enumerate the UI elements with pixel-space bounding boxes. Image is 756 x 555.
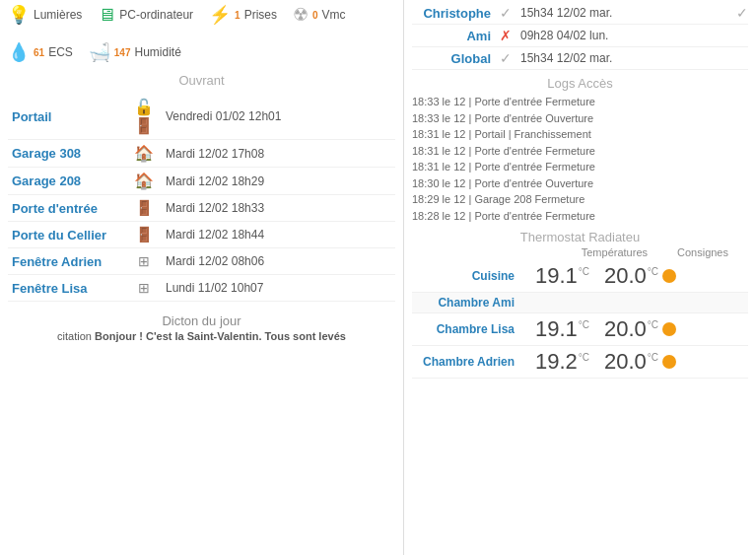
vmc-label: Vmc bbox=[322, 8, 346, 22]
access-name-christophe[interactable]: Christophe bbox=[412, 6, 491, 21]
access-name-ami[interactable]: Ami bbox=[412, 29, 491, 43]
thermo-header: Températures Consignes bbox=[412, 246, 748, 258]
thermo-room-name[interactable]: Chambre Adrien bbox=[412, 355, 520, 369]
access-name-global[interactable]: Global bbox=[412, 51, 491, 66]
window-icon: ⊞ bbox=[138, 253, 150, 269]
ouvrant-date: Mardi 12/02 17h08 bbox=[162, 140, 395, 168]
prises-label: Prises bbox=[244, 8, 277, 22]
logs-section: Logs Accès 18:33 le 12 | Porte d'entrée … bbox=[412, 76, 748, 224]
dicton-prefix: citation bbox=[57, 330, 95, 342]
garage-icon: 🏠 bbox=[134, 145, 154, 162]
degree-unit: °C bbox=[648, 266, 658, 277]
dicton-text: citation Bonjour ! C'est la Saint-Valent… bbox=[8, 330, 395, 342]
log-line: 18:29 le 12 | Garage 208 Fermeture bbox=[412, 191, 748, 208]
logs-title: Logs Accès bbox=[412, 76, 748, 91]
ouvrant-name[interactable]: Porte d'entrée bbox=[8, 195, 126, 222]
ouvrant-name[interactable]: Fenêtre Lisa bbox=[8, 275, 126, 302]
prises-icon: ⚡ bbox=[209, 4, 231, 26]
lumieres-icon: 💡 bbox=[8, 4, 30, 26]
access-row: Christophe ✓ 15h34 12/02 mar. ✓ bbox=[412, 2, 748, 25]
thermo-temp-value: 19.1°C bbox=[520, 263, 589, 289]
porte-entree-icon: 🚪 bbox=[126, 195, 162, 222]
dicton-section: Dicton du jour citation Bonjour ! C'est … bbox=[8, 313, 395, 342]
log-line: 18:33 le 12 | Porte d'entrée Ouverture bbox=[412, 110, 748, 127]
ouvrant-date: Mardi 12/02 18h33 bbox=[162, 195, 395, 222]
log-line: 18:30 le 12 | Porte d'entrée Ouverture bbox=[412, 175, 748, 192]
thermo-indicator-icon bbox=[662, 322, 676, 336]
portail-icon: 🔓🚪 bbox=[126, 94, 162, 140]
pc-label: PC-ordinateur bbox=[119, 8, 193, 22]
table-row: Fenêtre Adrien ⊞ Mardi 12/02 08h06 bbox=[8, 248, 395, 275]
top-stats-row: 💡 Lumières 🖥 PC-ordinateur ⚡ 1 Prises ☢ … bbox=[8, 4, 395, 63]
left-panel: 💡 Lumières 🖥 PC-ordinateur ⚡ 1 Prises ☢ … bbox=[0, 0, 404, 555]
ouvrant-name[interactable]: Porte du Cellier bbox=[8, 222, 126, 248]
access-row: Global ✓ 15h34 12/02 mar. bbox=[412, 47, 748, 70]
check-icon: ✓ bbox=[497, 50, 515, 66]
degree-unit: °C bbox=[579, 352, 589, 363]
thermo-row-chambre-adrien: Chambre Adrien 19.2°C 20.0°C bbox=[412, 346, 748, 379]
ouvrant-date: Mardi 12/02 18h29 bbox=[162, 168, 395, 195]
thermo-temp-value: 19.2°C bbox=[520, 349, 589, 375]
check-right-icon: ✓ bbox=[736, 5, 748, 21]
stat-lumieres: 💡 Lumières bbox=[8, 4, 82, 26]
table-row: Porte d'entrée 🚪 Mardi 12/02 18h33 bbox=[8, 195, 395, 222]
porte-cellier-icon: 🚪 bbox=[126, 222, 162, 248]
thermo-room-name[interactable]: Cuisine bbox=[412, 269, 520, 283]
ouvrant-date: Mardi 12/02 08h06 bbox=[162, 248, 395, 275]
ouvrant-date: Lundi 11/02 10h07 bbox=[162, 275, 395, 302]
access-row: Ami ✗ 09h28 04/02 lun. bbox=[412, 25, 748, 47]
pc-icon: 🖥 bbox=[98, 5, 115, 26]
degree-unit: °C bbox=[579, 266, 589, 277]
dicton-title: Dicton du jour bbox=[8, 313, 395, 328]
humidite-label: Humidité bbox=[135, 45, 181, 59]
garage-icon: 🏠 bbox=[134, 173, 154, 189]
ouvrant-name[interactable]: Garage 208 bbox=[8, 168, 126, 195]
degree-unit: °C bbox=[648, 352, 658, 363]
table-row: Garage 308 🏠 Mardi 12/02 17h08 bbox=[8, 140, 395, 168]
log-line: 18:31 le 12 | Porte d'entrée Fermeture bbox=[412, 143, 748, 160]
vmc-badge: 0 bbox=[312, 10, 318, 21]
thermo-temp-value: 19.1°C bbox=[520, 316, 589, 342]
thermo-consigne-value: 20.0°C bbox=[589, 349, 658, 375]
access-section: Christophe ✓ 15h34 12/02 mar. ✓ Ami ✗ 09… bbox=[412, 2, 748, 70]
access-date: 15h34 12/02 mar. bbox=[520, 51, 748, 65]
thermo-header-consigne: Consignes bbox=[677, 246, 728, 258]
degree-unit: °C bbox=[579, 319, 589, 330]
thermo-room-name[interactable]: Chambre Ami bbox=[412, 296, 520, 310]
thermo-consigne-value: 20.0°C bbox=[589, 263, 658, 289]
thermo-row-cuisine: Cuisine 19.1°C 20.0°C bbox=[412, 260, 748, 293]
access-date: 15h34 12/02 mar. bbox=[520, 6, 730, 20]
lumieres-label: Lumières bbox=[34, 8, 82, 22]
fenetre-adrien-icon: ⊞ bbox=[126, 248, 162, 275]
ecs-badge: 61 bbox=[34, 47, 44, 58]
ouvrant-name[interactable]: Fenêtre Adrien bbox=[8, 248, 126, 275]
thermo-room-name[interactable]: Chambre Lisa bbox=[412, 322, 520, 336]
table-row: Porte du Cellier 🚪 Mardi 12/02 18h44 bbox=[8, 222, 395, 248]
door-icon: 🚪 bbox=[135, 226, 154, 243]
fenetre-lisa-icon: ⊞ bbox=[126, 275, 162, 302]
log-line: 18:31 le 12 | Porte d'entrée Fermeture bbox=[412, 159, 748, 175]
stat-prises: ⚡ 1 Prises bbox=[209, 4, 277, 26]
vmc-icon: ☢ bbox=[293, 4, 309, 26]
prises-badge: 1 bbox=[235, 10, 241, 21]
table-row: Portail 🔓🚪 Vendredi 01/02 12h01 bbox=[8, 94, 395, 140]
log-line: 18:28 le 12 | Porte d'entrée Fermeture bbox=[412, 208, 748, 225]
thermo-indicator-icon bbox=[662, 269, 676, 283]
thermo-indicator-icon bbox=[662, 355, 676, 369]
stat-pc: 🖥 PC-ordinateur bbox=[98, 5, 193, 26]
cross-icon: ✗ bbox=[497, 28, 515, 43]
ouvrant-name[interactable]: Portail bbox=[8, 94, 126, 140]
table-row: Garage 208 🏠 Mardi 12/02 18h29 bbox=[8, 168, 395, 195]
degree-unit: °C bbox=[648, 319, 658, 330]
thermo-header-temp: Températures bbox=[582, 246, 648, 258]
ecs-icon: 💧 bbox=[8, 41, 30, 63]
thermo-title: Thermostat Radiateu bbox=[412, 230, 748, 244]
window-icon: ⊞ bbox=[138, 280, 150, 296]
gate-open-icon: 🔓🚪 bbox=[134, 99, 154, 134]
table-row: Fenêtre Lisa ⊞ Lundi 11/02 10h07 bbox=[8, 275, 395, 302]
thermo-row-chambre-lisa: Chambre Lisa 19.1°C 20.0°C bbox=[412, 313, 748, 346]
ouvrant-table: Portail 🔓🚪 Vendredi 01/02 12h01 Garage 3… bbox=[8, 94, 395, 302]
ouvrant-name[interactable]: Garage 308 bbox=[8, 140, 126, 168]
dicton-content: Bonjour ! C'est la Saint-Valentin. Tous … bbox=[95, 330, 346, 342]
stat-ecs: 💧 61 ECS bbox=[8, 41, 73, 63]
